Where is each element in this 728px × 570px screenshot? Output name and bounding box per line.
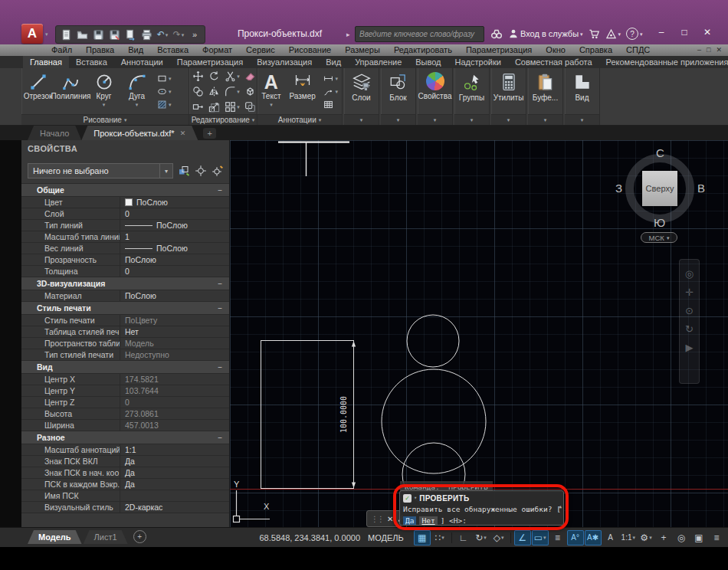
ribbon-tab-рекомендованные-приложения[interactable]: Рекомендованные приложения <box>599 56 728 68</box>
a360-icon[interactable]: ▾ <box>605 28 621 40</box>
undo-icon[interactable]: ↶▾ <box>156 28 169 41</box>
trim-tool[interactable]: ▾ <box>222 69 242 84</box>
status-menu-button[interactable]: ≡ <box>708 530 725 545</box>
viewcube-north[interactable]: С <box>656 146 664 159</box>
panel-annotate-label[interactable]: Аннотации▾ <box>257 114 342 125</box>
tab-start[interactable]: Начало <box>28 126 81 140</box>
export-icon[interactable] <box>123 28 137 41</box>
menu-item-10[interactable]: Параметризация <box>459 44 539 56</box>
array-tool[interactable]: ▾ <box>222 100 242 115</box>
pan-icon[interactable]: ✛ <box>685 287 694 297</box>
save-as-icon[interactable] <box>107 28 121 41</box>
tab-model[interactable]: Модель <box>28 530 82 544</box>
layers-panel-button-label[interactable]: ▾ <box>344 114 379 125</box>
maximize-button[interactable]: □ <box>673 24 696 41</box>
snap-toggle[interactable]: ∷▾ <box>431 530 448 545</box>
settings-gear-button[interactable]: ⚙▾ <box>638 530 654 545</box>
scroll-up-icon[interactable]: ▲ <box>559 503 562 509</box>
search-input[interactable] <box>356 30 484 38</box>
rectangle-tool[interactable]: ▾ <box>157 74 172 84</box>
rotate-tool[interactable] <box>206 69 222 84</box>
drawn-circle-large[interactable] <box>382 369 486 473</box>
drawing-canvas[interactable]: 100.0000 Y X Сверху С Ю З В МСК ▾ ◎✛⊙↻▶ <box>230 140 728 527</box>
signin-button[interactable]: Вход в службы ▾ <box>508 28 583 39</box>
minimize-button[interactable]: – <box>650 24 673 41</box>
collapse-icon[interactable]: − <box>218 304 222 313</box>
table-tool[interactable] <box>323 100 338 110</box>
property-value[interactable]: 0 <box>120 397 229 408</box>
object-type-dropdown[interactable]: Ничего не выбрано ▾ <box>28 163 173 179</box>
ribbon-tab-главная[interactable]: Главная <box>23 56 69 68</box>
clipboard-panel-button-label[interactable]: ▾ <box>528 114 562 125</box>
ribbon-tab-совместная-работа[interactable]: Совместная работа <box>508 56 599 68</box>
collapse-icon[interactable]: − <box>218 434 222 442</box>
isolate-objects-button[interactable]: ◎ <box>673 530 690 545</box>
property-value[interactable]: 1 <box>120 231 229 242</box>
move-tool[interactable] <box>190 69 206 84</box>
help-button[interactable]: ? ▾ <box>626 28 643 40</box>
menu-item-9[interactable]: Редактировать <box>387 44 459 56</box>
leader-tool[interactable]: ▾ <box>323 87 338 97</box>
orbit-icon[interactable]: ↻ <box>685 324 694 334</box>
text-tool[interactable]: AТекст▾ <box>257 68 285 115</box>
command-line-window[interactable]: ✓ ▾ ПРОВЕРИТЬ Исправить все обнаруженные… <box>399 490 564 526</box>
property-value[interactable]: 0 <box>120 266 229 277</box>
option-yes[interactable]: Да <box>403 516 416 525</box>
new-document-tab-button[interactable]: + <box>203 128 216 139</box>
ribbon-tab-аннотации[interactable]: Аннотации <box>114 56 170 68</box>
fillet-tool[interactable]: ▾ <box>222 84 242 100</box>
utilities-panel-button-label[interactable]: ▾ <box>491 114 526 125</box>
property-value[interactable]: ПоСлою <box>120 254 229 265</box>
dimstyle-tool[interactable]: ▾ <box>323 74 338 84</box>
mirror-tool[interactable] <box>206 84 222 100</box>
ribbon-tab-вид[interactable]: Вид <box>319 56 348 68</box>
menu-item-13[interactable]: СПДС <box>619 44 657 56</box>
dynamic-input-toggle[interactable]: ▭▾ <box>532 530 549 545</box>
ribbon-tab-надстройки[interactable]: Надстройки <box>448 56 508 68</box>
doc-restore-button[interactable]: □ <box>707 47 710 54</box>
property-value[interactable]: Модель <box>120 338 229 349</box>
menu-item-1[interactable]: Файл <box>44 44 79 56</box>
viewcube-top-face[interactable]: Сверху <box>642 171 677 206</box>
menu-item-11[interactable]: Окно <box>539 44 572 56</box>
close-button[interactable]: ✕ <box>696 24 719 41</box>
dimension-text[interactable]: 100.0000 <box>339 396 348 433</box>
crosshair-button[interactable]: + <box>655 530 672 545</box>
property-value[interactable]: 273.0861 <box>120 408 229 419</box>
hatch-tool[interactable]: ▾ <box>157 100 172 110</box>
navigation-bar[interactable]: ◎✛⊙↻▶ <box>679 259 700 384</box>
ribbon-tab-управление[interactable]: Управление <box>348 56 408 68</box>
menu-item-8[interactable]: Размеры <box>338 44 387 56</box>
ribbon-tab-визуализация[interactable]: Визуализация <box>250 56 319 68</box>
stretch-tool[interactable] <box>190 100 206 115</box>
property-value[interactable]: Да <box>120 467 229 478</box>
doc-close-button[interactable]: ✕ <box>716 47 722 54</box>
option-no[interactable]: Нет <box>419 516 437 525</box>
property-value[interactable]: 457.0013 <box>120 420 229 431</box>
close-icon[interactable]: ✕ <box>387 515 393 523</box>
property-value[interactable]: 174.5821 <box>120 374 229 385</box>
viewport-scale-button[interactable]: 1:1▾ <box>620 530 637 545</box>
property-section-5[interactable]: Разное− <box>21 431 229 444</box>
collapse-icon[interactable]: − <box>218 363 222 372</box>
osnap-toggle[interactable]: ∠ <box>514 530 531 545</box>
ellipse-tool[interactable]: ▾ <box>157 87 172 97</box>
ribbon-tab-вставка[interactable]: Вставка <box>69 56 114 68</box>
property-value[interactable]: ПоЦвету <box>120 315 229 326</box>
menu-item-4[interactable]: Вставка <box>150 44 195 56</box>
property-value[interactable]: 1:1 <box>120 444 229 455</box>
save-icon[interactable] <box>91 28 105 41</box>
ribbon-tab-вывод[interactable]: Вывод <box>408 56 448 68</box>
menu-item-12[interactable]: Справка <box>572 44 619 56</box>
annotation-autoscale-toggle[interactable]: A✱ <box>585 530 602 545</box>
collapse-icon[interactable]: − <box>218 186 222 195</box>
drag-handle[interactable]: ⋮⋮ <box>371 515 383 523</box>
panel-edit-label[interactable]: Редактирование▾ <box>189 114 257 125</box>
view-panel-button-label[interactable]: ▾ <box>565 114 599 125</box>
explode-tool[interactable] <box>242 84 258 100</box>
property-section-2[interactable]: 3D-визуализация− <box>21 277 229 290</box>
property-value[interactable]: 0 <box>120 208 229 219</box>
collapse-icon[interactable]: − <box>218 280 222 288</box>
lineweight-toggle[interactable]: ≡ <box>549 530 566 545</box>
property-section-3[interactable]: Стиль печати− <box>21 302 229 315</box>
